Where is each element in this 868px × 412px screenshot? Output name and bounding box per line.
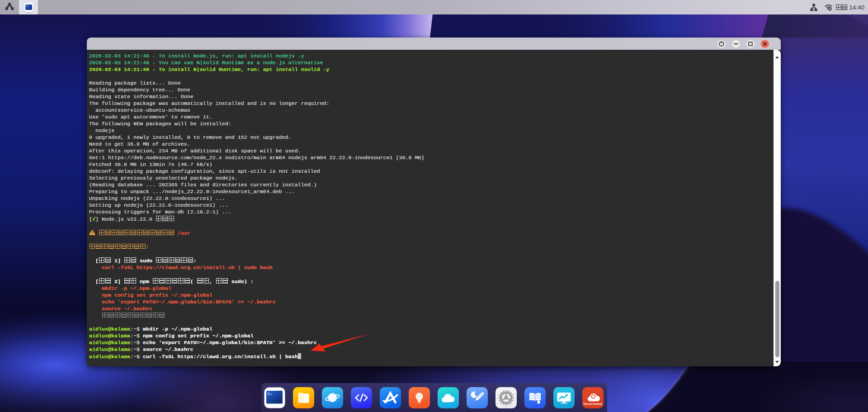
svg-text:Ubuntu Desktop: Ubuntu Desktop	[584, 402, 603, 405]
